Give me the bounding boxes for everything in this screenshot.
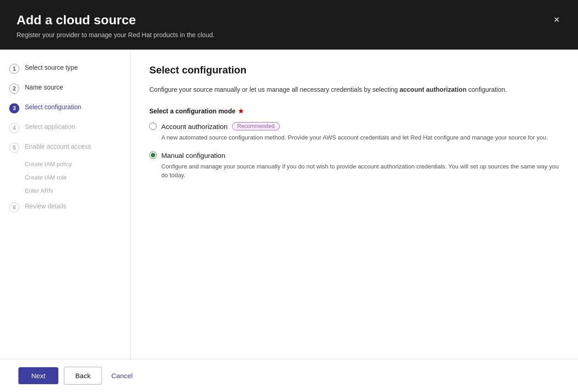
step-1-label: Select source type <box>25 63 78 73</box>
modal-subtitle: Register your provider to manage your Re… <box>17 31 215 39</box>
step-2-number: 2 <box>9 84 19 94</box>
description-end: configuration. <box>466 86 507 93</box>
manual-config-radio[interactable] <box>149 151 157 159</box>
sidebar-item-name-source[interactable]: 2 Name source <box>0 78 130 98</box>
account-auth-label[interactable]: Account authorization <box>161 123 227 130</box>
step-6-number: 6 <box>9 202 19 213</box>
sidebar-item-select-configuration[interactable]: 3 Select configuration <box>0 98 130 118</box>
modal-body: 1 Select source type 2 Name source 3 Sel… <box>0 50 578 359</box>
sidebar-item-select-application: 4 Select application <box>0 118 130 138</box>
sidebar-item-enable-account-access: 5 Enable account access <box>0 138 130 157</box>
close-button[interactable]: × <box>552 13 561 27</box>
next-button[interactable]: Next <box>18 367 58 384</box>
step-3-label: Select configuration <box>25 103 81 112</box>
manual-config-label[interactable]: Manual configuration <box>161 151 225 159</box>
account-auth-radio[interactable] <box>149 123 157 130</box>
modal: Add a cloud source Register your provide… <box>0 0 578 392</box>
modal-header: Add a cloud source Register your provide… <box>0 0 578 50</box>
step-1-number: 1 <box>9 64 19 74</box>
sub-step-enter-arn: Enter ARN <box>25 184 121 197</box>
content-area: Select configuration Configure your sour… <box>149 64 560 344</box>
sub-step-create-iam-policy: Create IAM policy <box>25 157 121 171</box>
required-star: ★ <box>238 107 244 115</box>
step-5-label: Enable account access <box>25 142 91 151</box>
section-title: Select configuration <box>149 64 560 76</box>
manual-config-radio-row: Manual configuration <box>149 151 560 159</box>
main-content: Select configuration Configure your sour… <box>131 50 578 359</box>
description-plain: Configure your source manually or let us… <box>149 86 400 93</box>
step-2-label: Name source <box>25 83 63 92</box>
description-bold: account authorization <box>400 86 466 93</box>
step-5-number: 5 <box>9 143 19 153</box>
sidebar-item-select-source-type[interactable]: 1 Select source type <box>0 59 130 78</box>
sidebar: 1 Select source type 2 Name source 3 Sel… <box>0 50 131 359</box>
sidebar-item-review-details: 6 Review details <box>0 197 130 217</box>
cancel-button[interactable]: Cancel <box>108 367 136 384</box>
modal-title: Add a cloud source <box>17 13 215 28</box>
sub-steps: Create IAM policy Create IAM role Enter … <box>0 157 130 197</box>
back-button[interactable]: Back <box>64 367 102 385</box>
modal-header-content: Add a cloud source Register your provide… <box>17 13 215 39</box>
manual-config-description: Configure and manage your source manuall… <box>149 162 560 180</box>
option-manual-configuration: Manual configuration Configure and manag… <box>149 151 560 180</box>
modal-footer: Next Back Cancel <box>0 359 578 392</box>
sub-step-create-iam-role: Create IAM role <box>25 171 121 184</box>
description: Configure your source manually or let us… <box>149 84 560 95</box>
step-4-label: Select application <box>25 123 75 132</box>
account-auth-description: A new automated source configuration met… <box>149 133 560 142</box>
option-account-authorization: Account authorization Recommended A new … <box>149 122 560 142</box>
recommended-badge: Recommended <box>232 122 279 130</box>
account-auth-radio-row: Account authorization Recommended <box>149 122 560 130</box>
step-4-number: 4 <box>9 123 19 133</box>
step-6-label: Review details <box>25 202 66 211</box>
config-mode-label: Select a configuration mode ★ <box>149 107 560 115</box>
step-3-number: 3 <box>9 103 19 113</box>
